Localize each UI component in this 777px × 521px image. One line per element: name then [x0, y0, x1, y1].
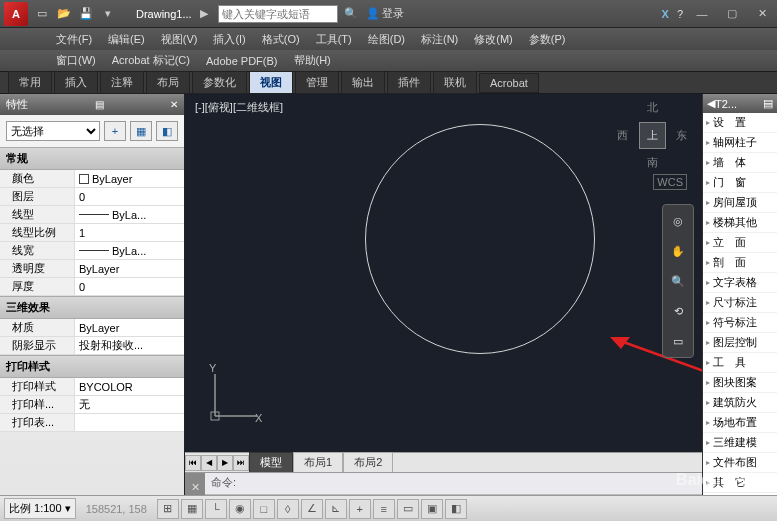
tab-last-icon[interactable]: ⏭ [233, 455, 249, 471]
palette-item[interactable]: 符号标注 [703, 313, 777, 333]
osnap-button[interactable]: □ [253, 499, 275, 519]
ortho-button[interactable]: └ [205, 499, 227, 519]
ribbon-tab[interactable]: 管理 [295, 71, 339, 94]
layout1-tab[interactable]: 布局1 [293, 452, 343, 473]
palette-item[interactable]: 立 面 [703, 233, 777, 253]
grid-button[interactable]: ▦ [181, 499, 203, 519]
palette-item[interactable]: 轴网柱子 [703, 133, 777, 153]
menu-item[interactable]: Acrobat 标记(C) [106, 51, 196, 70]
palette-item[interactable]: 尺寸标注 [703, 293, 777, 313]
ribbon-tab[interactable]: 输出 [341, 71, 385, 94]
category-3d[interactable]: 三维效果 [0, 296, 184, 319]
dropdown-icon[interactable]: ▾ [100, 6, 116, 22]
qp-button[interactable]: ▣ [421, 499, 443, 519]
category-plot[interactable]: 打印样式 [0, 355, 184, 378]
arrow-left-icon[interactable]: ◀ [707, 97, 715, 110]
menu-item[interactable]: 绘图(D) [362, 30, 411, 49]
menu-item[interactable]: 视图(V) [155, 30, 204, 49]
zoom-icon[interactable]: 🔍 [666, 269, 690, 293]
panel-menu-icon[interactable]: ▤ [95, 99, 104, 110]
palette-item[interactable]: 设 置 [703, 113, 777, 133]
palette-item[interactable]: 其 它 [703, 473, 777, 493]
minimize-button[interactable]: — [691, 7, 713, 21]
ribbon-tab[interactable]: 注释 [100, 71, 144, 94]
layout2-tab[interactable]: 布局2 [343, 452, 393, 473]
selection-dropdown[interactable]: 无选择 [6, 121, 100, 141]
login-link[interactable]: 登录 [382, 6, 404, 21]
menu-item[interactable]: 格式(O) [256, 30, 306, 49]
close-panel-icon[interactable]: ✕ [170, 99, 178, 110]
polar-button[interactable]: ◉ [229, 499, 251, 519]
menu-item[interactable]: 窗口(W) [50, 51, 102, 70]
ribbon-tab[interactable]: 联机 [433, 71, 477, 94]
property-row[interactable]: 透明度 ByLayer [0, 260, 184, 278]
property-row[interactable]: 打印样式 BYCOLOR [0, 378, 184, 396]
menu-item[interactable]: 编辑(E) [102, 30, 151, 49]
drawing-canvas[interactable]: [-][俯视][二维线框] XY 北 西 上 东 南 WCS ◎ ✋ 🔍 ⟲ ▭ [185, 94, 702, 452]
exchange-icon[interactable]: X [662, 8, 669, 20]
property-row[interactable]: 颜色 ByLayer [0, 170, 184, 188]
scale-value[interactable]: 1:100 [34, 502, 62, 514]
close-button[interactable]: ✕ [751, 7, 773, 21]
3dosnap-button[interactable]: ◊ [277, 499, 299, 519]
palette-item[interactable]: 三维建模 [703, 433, 777, 453]
save-icon[interactable]: 💾 [78, 6, 94, 22]
menu-item[interactable]: 文件(F) [50, 30, 98, 49]
palette-item[interactable]: 文字表格 [703, 273, 777, 293]
dyn-button[interactable]: + [349, 499, 371, 519]
category-general[interactable]: 常规 [0, 147, 184, 170]
property-row[interactable]: 线型比例 1 [0, 224, 184, 242]
property-row[interactable]: 厚度 0 [0, 278, 184, 296]
showmotion-icon[interactable]: ▭ [666, 329, 690, 353]
palette-item[interactable]: 墙 体 [703, 153, 777, 173]
palette-item[interactable]: 建筑防火 [703, 393, 777, 413]
ribbon-tab[interactable]: 插入 [54, 71, 98, 94]
ribbon-tab[interactable]: 常用 [8, 71, 52, 94]
new-icon[interactable]: ▭ [34, 6, 50, 22]
wheel-icon[interactable]: ◎ [666, 209, 690, 233]
quick-select-icon[interactable]: + [104, 121, 126, 141]
menu-item[interactable]: 标注(N) [415, 30, 464, 49]
viewport-label[interactable]: [-][俯视][二维线框] [195, 100, 283, 115]
tpy-button[interactable]: ▭ [397, 499, 419, 519]
pickset-icon[interactable]: ◧ [156, 121, 178, 141]
search-input[interactable] [218, 5, 338, 23]
menu-item[interactable]: 帮助(H) [288, 51, 337, 70]
menu-item[interactable]: Adobe PDF(B) [200, 53, 284, 69]
palette-item[interactable]: 剖 面 [703, 253, 777, 273]
palette-item[interactable]: 楼梯其他 [703, 213, 777, 233]
ribbon-tab[interactable]: 视图 [249, 71, 293, 94]
menu-item[interactable]: 参数(P) [523, 30, 572, 49]
ribbon-tab[interactable]: 插件 [387, 71, 431, 94]
property-row[interactable]: 图层 0 [0, 188, 184, 206]
ribbon-tab[interactable]: 参数化 [192, 71, 247, 94]
palette-item[interactable]: 场地布置 [703, 413, 777, 433]
select-objects-icon[interactable]: ▦ [130, 121, 152, 141]
tab-prev-icon[interactable]: ◀ [201, 455, 217, 471]
menu-item[interactable]: 工具(T) [310, 30, 358, 49]
menu-item[interactable]: 插入(I) [207, 30, 251, 49]
circle-entity[interactable] [365, 124, 595, 354]
open-icon[interactable]: 📂 [56, 6, 72, 22]
view-cube[interactable]: 北 西 上 东 南 WCS [617, 100, 687, 180]
help-icon[interactable]: ? [677, 8, 683, 20]
sc-button[interactable]: ◧ [445, 499, 467, 519]
snap-button[interactable]: ⊞ [157, 499, 179, 519]
palette-item[interactable]: 门 窗 [703, 173, 777, 193]
property-row[interactable]: 材质 ByLayer [0, 319, 184, 337]
ducs-button[interactable]: ⊾ [325, 499, 347, 519]
lwt-button[interactable]: ≡ [373, 499, 395, 519]
tab-first-icon[interactable]: ⏮ [185, 455, 201, 471]
user-icon[interactable]: 👤 [366, 7, 380, 20]
orbit-icon[interactable]: ⟲ [666, 299, 690, 323]
pan-icon[interactable]: ✋ [666, 239, 690, 263]
property-row[interactable]: 线宽 ByLa... [0, 242, 184, 260]
palette-item[interactable]: 图层控制 [703, 333, 777, 353]
menu-item[interactable]: 修改(M) [468, 30, 519, 49]
palette-item[interactable]: 图块图案 [703, 373, 777, 393]
palette-item[interactable]: 工 具 [703, 353, 777, 373]
property-row[interactable]: 打印样... 无 [0, 396, 184, 414]
tab-next-icon[interactable]: ▶ [217, 455, 233, 471]
model-tab[interactable]: 模型 [249, 452, 293, 473]
palette-menu-icon[interactable]: ▤ [763, 97, 773, 110]
